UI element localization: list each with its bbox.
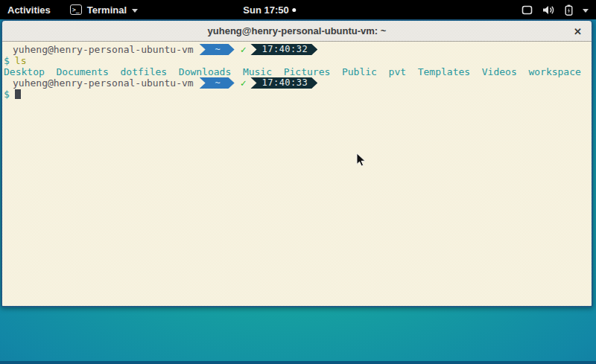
system-status-menu[interactable]	[522, 0, 589, 19]
prompt-status-check-icon: ✓	[241, 77, 247, 89]
clock-menu[interactable]: Sun 17:50	[243, 4, 296, 16]
battery-charging-icon	[565, 4, 573, 16]
prompt-path-segment: ~	[200, 44, 235, 55]
screen-icon	[522, 5, 533, 15]
window-title: yuheng@henry-personal-ubuntu-vm: ~	[208, 25, 387, 36]
volume-icon	[542, 5, 555, 15]
ls-output-line: Desktop Documents dotfiles Downloads Mus…	[2, 66, 592, 77]
chevron-down-icon	[132, 9, 138, 13]
clock-label: Sun 17:50	[243, 4, 288, 16]
prompt-symbol: $	[4, 55, 10, 66]
app-menu-terminal[interactable]: >_ Terminal	[70, 4, 138, 16]
mouse-pointer-icon	[356, 153, 366, 167]
app-menu-label: Terminal	[87, 4, 127, 16]
notification-dot-icon	[293, 8, 297, 12]
close-button[interactable]: ✕	[574, 26, 582, 36]
terminal-window: yuheng@henry-personal-ubuntu-vm: ~ ✕ yuh…	[1, 19, 593, 307]
command-text: ls	[15, 55, 27, 66]
prompt-path-segment: ~	[200, 77, 235, 89]
chevron-down-icon	[583, 9, 589, 13]
desktop-bottom-edge	[0, 361, 596, 364]
terminal-block-cursor	[15, 89, 21, 99]
prompt-time-segment: 17:40:32	[250, 44, 317, 55]
activities-button[interactable]: Activities	[7, 4, 51, 16]
prompt-line-2: yuheng@henry-personal-ubuntu-vm ~ ✓ 17:4…	[2, 77, 592, 89]
terminal-body[interactable]: yuheng@henry-personal-ubuntu-vm ~ ✓ 17:4…	[2, 42, 592, 306]
command-line: $ ls	[2, 55, 592, 66]
window-titlebar[interactable]: yuheng@henry-personal-ubuntu-vm: ~ ✕	[2, 21, 592, 42]
prompt-symbol: $	[4, 89, 10, 100]
prompt-user-host: yuheng@henry-personal-ubuntu-vm	[13, 44, 194, 55]
input-line: $	[2, 89, 592, 100]
prompt-line-1: yuheng@henry-personal-ubuntu-vm ~ ✓ 17:4…	[2, 44, 592, 55]
prompt-status-check-icon: ✓	[241, 44, 247, 55]
terminal-app-icon: >_	[70, 4, 82, 15]
directory-listing: Desktop Documents dotfiles Downloads Mus…	[4, 66, 581, 77]
top-bar: Activities >_ Terminal Sun 17:50	[0, 0, 596, 19]
prompt-time-segment: 17:40:33	[250, 77, 317, 89]
prompt-user-host: yuheng@henry-personal-ubuntu-vm	[13, 77, 194, 89]
